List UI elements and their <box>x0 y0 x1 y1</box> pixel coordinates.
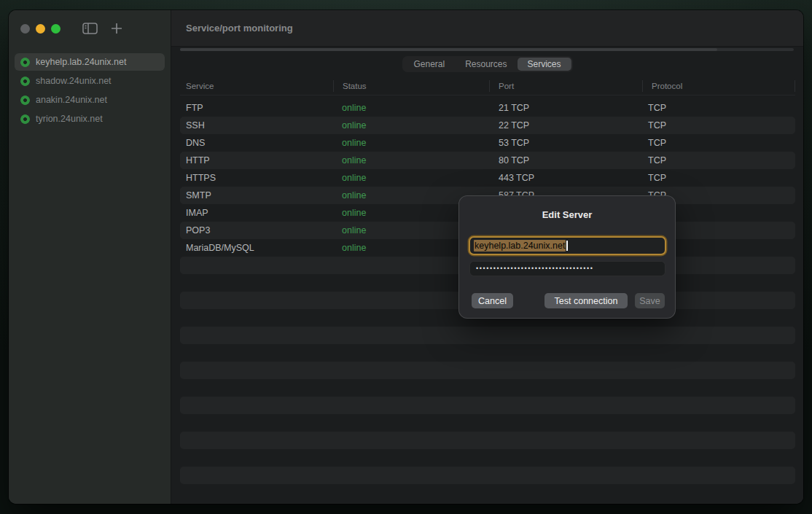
empty-table-row <box>180 344 795 362</box>
empty-table-row <box>180 467 795 484</box>
empty-table-row <box>180 397 795 414</box>
cell-service: IMAP <box>180 208 333 218</box>
tab-resources[interactable]: Resources <box>455 58 517 71</box>
host-input[interactable]: keyhelp.lab.24unix.net <box>469 236 666 255</box>
server-label: anakin.24unix.net <box>36 95 107 105</box>
tab-general[interactable]: General <box>403 58 455 71</box>
cell-service: HTTPS <box>180 173 333 183</box>
app-window: keyhelp.lab.24unix.netshadow.24unix.neta… <box>9 10 803 504</box>
scrollbar-thumb[interactable] <box>180 48 717 51</box>
server-status-icon <box>20 114 30 124</box>
cell-status: online <box>333 138 489 148</box>
edit-server-modal: Edit Server keyhelp.lab.24unix.net •••••… <box>458 195 676 319</box>
sidebar: keyhelp.lab.24unix.netshadow.24unix.neta… <box>9 10 171 504</box>
column-header-status[interactable]: Status <box>333 80 489 92</box>
table-row[interactable]: SSHonline22 TCPTCP <box>180 117 795 134</box>
horizontal-scrollbar[interactable] <box>180 48 794 51</box>
sidebar-toolbar <box>9 10 171 47</box>
sidebar-item-server[interactable]: keyhelp.lab.24unix.net <box>15 53 165 71</box>
empty-table-row <box>180 327 795 344</box>
table-row[interactable]: FTPonline21 TCPTCP <box>180 99 795 117</box>
tab-segmented-control: GeneralResourcesServices <box>402 56 572 72</box>
cell-status: online <box>333 173 489 183</box>
cell-status: online <box>333 155 489 166</box>
test-connection-button[interactable]: Test connection <box>544 293 628 308</box>
column-header-service[interactable]: Service <box>180 80 333 92</box>
cell-service: POP3 <box>180 225 333 235</box>
cell-protocol: TCP <box>642 120 795 131</box>
cell-service: FTP <box>180 103 333 113</box>
sidebar-item-server[interactable]: anakin.24unix.net <box>15 91 165 109</box>
column-header-port[interactable]: Port <box>489 80 642 92</box>
cell-protocol: TCP <box>642 155 795 166</box>
server-status-icon <box>20 96 30 105</box>
cell-port: 443 TCP <box>489 173 642 183</box>
server-label: shadow.24unix.net <box>36 76 112 86</box>
server-label: keyhelp.lab.24unix.net <box>36 57 126 67</box>
server-label: tyrion.24unix.net <box>36 114 103 124</box>
password-input[interactable]: •••••••••••••••••••••••••••••••••• <box>469 261 665 276</box>
sidebar-item-server[interactable]: tyrion.24unix.net <box>15 110 165 128</box>
cell-port: 53 TCP <box>489 138 642 148</box>
table-row[interactable]: HTTPonline80 TCPTCP <box>180 152 795 169</box>
cell-protocol: TCP <box>642 173 795 183</box>
cancel-button[interactable]: Cancel <box>472 293 513 308</box>
page-title: Service/port monitoring <box>171 23 293 34</box>
cell-port: 80 TCP <box>489 155 642 166</box>
save-button[interactable]: Save <box>635 293 665 308</box>
title-bar: Service/port monitoring <box>171 10 803 47</box>
empty-table-row <box>180 379 795 397</box>
modal-title: Edit Server <box>459 209 675 220</box>
server-status-icon <box>20 58 30 67</box>
table-header: ServiceStatusPortProtocol <box>180 77 795 96</box>
tab-services[interactable]: Services <box>518 58 571 71</box>
cell-service: DNS <box>180 138 333 148</box>
cell-status: online <box>333 120 489 131</box>
server-status-icon <box>20 77 30 86</box>
empty-table-row <box>180 414 795 432</box>
sidebar-item-server[interactable]: shadow.24unix.net <box>15 72 165 90</box>
add-server-button[interactable] <box>111 23 122 34</box>
empty-table-row <box>180 449 795 467</box>
zoom-button[interactable] <box>51 24 60 34</box>
sidebar-toggle-icon[interactable] <box>82 23 98 34</box>
cell-port: 21 TCP <box>489 103 642 113</box>
main-content: Service/port monitoring GeneralResources… <box>171 10 803 504</box>
cell-service: SSH <box>180 120 333 131</box>
table-row[interactable]: DNSonline53 TCPTCP <box>180 134 795 152</box>
host-input-selected-text: keyhelp.lab.24unix.net <box>474 240 566 252</box>
column-header-protocol[interactable]: Protocol <box>642 80 795 92</box>
cell-port: 22 TCP <box>489 120 642 131</box>
text-caret <box>566 241 568 251</box>
cell-protocol: TCP <box>642 138 795 148</box>
table-row[interactable]: HTTPSonline443 TCPTCP <box>180 169 795 187</box>
cell-protocol: TCP <box>642 103 795 113</box>
cell-service: SMTP <box>180 190 333 200</box>
empty-table-row <box>180 362 795 379</box>
cell-service: HTTP <box>180 155 333 166</box>
minimize-button[interactable] <box>36 24 45 34</box>
empty-table-row <box>180 432 795 449</box>
server-list: keyhelp.lab.24unix.netshadow.24unix.neta… <box>9 52 171 129</box>
close-button[interactable] <box>20 24 30 34</box>
cell-service: MariaDB/MySQL <box>180 243 333 253</box>
cell-status: online <box>333 103 489 113</box>
